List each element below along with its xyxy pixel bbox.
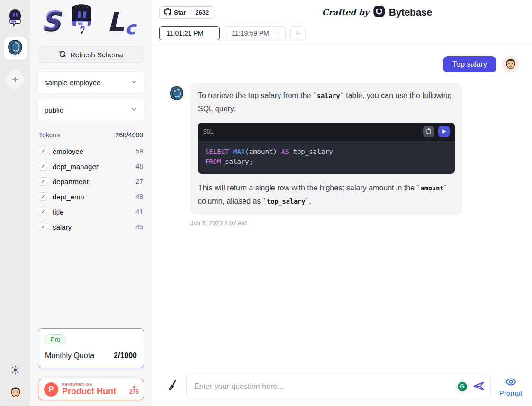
rail-bottom [7,365,23,406]
table-checkbox[interactable] [39,208,47,216]
table-token-count: 45 [135,223,143,231]
question-input[interactable] [194,382,456,391]
table-token-count: 41 [135,208,143,216]
copy-code-button[interactable] [423,126,434,137]
database-select-value: sample-employee [45,79,100,87]
database-select[interactable]: sample-employee [38,72,144,93]
sql-code-block: SQL [198,123,455,174]
conversation-tabs: 11:01:21 PM ⋮ 11:19:59 PM ⋮ + [159,26,524,45]
product-hunt-badge[interactable]: P FEATURED ON Product Hunt ▲ 275 [38,379,144,400]
schema-select-value: public [45,106,63,114]
quota-value: 2/1000 [114,352,137,360]
tab-label: 11:19:59 PM [232,29,269,37]
assistant-message-row: To retrieve the top salary from the `sal… [169,83,519,215]
svg-text:L: L [107,7,125,37]
table-row: dept_emp 48 [38,189,144,204]
quota-label: Monthly Quota [45,352,94,360]
composer: G Prompt [152,371,532,406]
new-conversation-button[interactable]: + [290,26,306,40]
tab-label: 11:01:21 PM [166,29,203,37]
tokens-row: Tokens 268/4000 [38,131,144,139]
clear-conversation-button[interactable] [168,379,180,395]
table-row: department 27 [38,174,144,189]
table-name: employee [53,147,83,155]
postgres-elephant-icon [169,85,185,101]
crafted-by[interactable]: Crafted by Bytebase [322,5,432,20]
table-token-count: 27 [135,178,143,185]
sidebar: S S L c SQL [30,0,152,406]
table-checkbox[interactable] [39,223,47,231]
product-hunt-text: FEATURED ON Product Hunt [62,383,116,396]
eye-icon [505,377,517,388]
clipboard-icon [425,128,432,136]
table-token-count: 48 [135,193,143,200]
user-avatar [502,56,519,73]
workspace-rail: + [0,0,30,406]
github-star-button[interactable]: Star 2632 [159,6,214,19]
chevron-down-icon [131,79,137,87]
quota-card: Pro Monthly Quota 2/1000 [38,328,144,368]
kebab-menu-icon[interactable]: ⋮ [273,30,282,37]
table-checkbox[interactable] [39,147,47,155]
assistant-message-bubble: To retrieve the top salary from the `sal… [190,83,462,215]
code-block-body: SELECT MAX(amount) AS top_salary FROM sa… [198,141,455,174]
chat-area: Top salary [152,45,532,371]
table-name: salary [53,223,72,231]
send-icon [473,381,485,392]
table-row: employee 59 [38,144,144,159]
plus-icon: + [295,28,300,38]
svg-text:SQL: SQL [78,22,85,26]
table-token-count: 59 [135,147,143,155]
sqlchat-app: + [0,0,532,406]
main-header: Star 2632 Crafted by Bytebase 11:01:21 P… [152,0,532,45]
table-checkbox[interactable] [39,192,47,201]
refresh-schema-button[interactable]: Refresh Schema [38,46,144,63]
tab-conversation[interactable]: 11:19:59 PM ⋮ [225,26,285,40]
svg-text:S: S [41,5,62,36]
code-language-label: SQL [203,125,214,138]
table-checkbox[interactable] [39,177,47,186]
run-query-button[interactable] [438,126,450,137]
sqlchat-bot-avatar[interactable] [4,8,27,30]
table-row: salary 45 [38,219,144,235]
table-list: employee 59 dept_manager 48 department 2… [38,144,144,235]
code-line: SELECT MAX(amount) AS top_salary [205,147,448,157]
connection-postgres-item[interactable] [4,37,27,60]
assistant-paragraph: This will return a single row with the h… [198,181,455,208]
brand-name: Bytebase [389,7,432,18]
code-block-header: SQL [198,123,455,141]
tab-conversation-active[interactable]: 11:01:21 PM ⋮ [159,26,220,40]
star-count: 2632 [190,7,214,18]
code-line: FROM salary; [205,157,448,167]
prompt-label: Prompt [499,389,522,397]
user-avatar[interactable] [7,384,23,400]
broom-icon [168,379,180,395]
prompt-button[interactable]: Prompt [497,377,524,397]
inline-code: `salary` [313,92,344,99]
assistant-paragraph: To retrieve the top salary from the `sal… [198,89,455,116]
schema-select[interactable]: public [38,99,144,121]
theme-toggle-sun-icon[interactable] [10,365,20,377]
kebab-menu-icon[interactable]: ⋮ [207,30,216,37]
add-connection-button[interactable]: + [6,70,25,89]
inline-code: `top_salary` [263,198,309,205]
send-button[interactable] [472,380,486,393]
refresh-schema-label: Refresh Schema [70,51,123,59]
question-input-wrap: G [186,375,491,398]
grammarly-icon[interactable]: G [456,380,469,393]
postgres-elephant-icon [7,39,24,58]
user-message-bubble: Top salary [443,56,496,72]
product-hunt-votes: ▲ 275 [129,384,139,395]
table-token-count: 48 [135,162,143,170]
table-checkbox[interactable] [39,162,47,171]
play-icon [442,128,447,135]
main-panel: Star 2632 Crafted by Bytebase 11:01:21 P… [152,0,532,406]
chevron-down-icon [131,106,137,114]
star-label: Star [174,9,186,16]
github-icon [164,8,171,17]
table-name: title [53,208,63,216]
table-name: dept_manager [53,162,99,171]
table-row: dept_manager 48 [38,159,144,174]
sqlchat-logo: S S L c SQL [41,4,141,40]
upvote-triangle-icon: ▲ [132,384,136,388]
